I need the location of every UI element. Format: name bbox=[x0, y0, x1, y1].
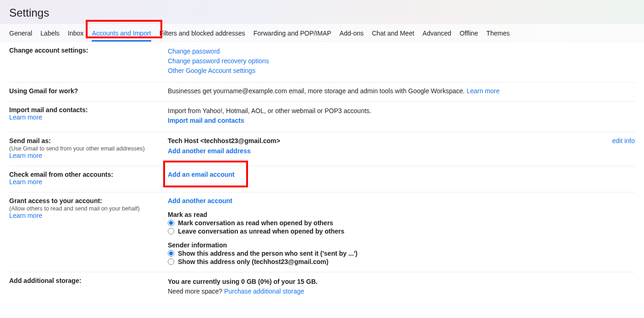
section-storage: Add additional storage: You are currentl… bbox=[9, 272, 635, 303]
mark-read-label: Mark conversation as read when opened by… bbox=[178, 219, 333, 227]
section-change-account: Change account settings: Change password… bbox=[9, 42, 635, 83]
tab-add-ons[interactable]: Add-ons bbox=[340, 30, 364, 42]
sender-show-only-option[interactable]: Show this address only (techhost23@gmail… bbox=[168, 258, 635, 265]
mark-unread-radio[interactable] bbox=[168, 228, 174, 234]
work-title: Using Gmail for work? bbox=[9, 87, 168, 95]
storage-title: Add additional storage: bbox=[9, 277, 168, 284]
tab-forwarding-and-pop-imap[interactable]: Forwarding and POP/IMAP bbox=[254, 30, 331, 42]
mark-unread-label: Leave conversation as unread when opened… bbox=[178, 228, 344, 235]
sender-show-both-label: Show this address and the person who sen… bbox=[178, 250, 357, 257]
grant-title: Grant access to your account: bbox=[9, 197, 168, 204]
section-work: Using Gmail for work? Businesses get you… bbox=[9, 83, 635, 102]
mark-read-radio[interactable] bbox=[168, 220, 174, 226]
tab-filters-and-blocked-addresses[interactable]: Filters and blocked addresses bbox=[160, 30, 245, 42]
change-account-title: Change account settings: bbox=[9, 47, 168, 54]
page-title: Settings bbox=[9, 6, 635, 19]
mark-read-option[interactable]: Mark conversation as read when opened by… bbox=[168, 219, 635, 227]
edit-info-link[interactable]: edit info bbox=[612, 137, 635, 144]
section-check-other: Check email from other accounts: Learn m… bbox=[9, 166, 635, 192]
tab-themes[interactable]: Themes bbox=[486, 30, 510, 42]
tab-chat-and-meet[interactable]: Chat and Meet bbox=[372, 30, 414, 42]
tabs-bar: GeneralLabelsInboxAccounts and ImportFil… bbox=[0, 24, 644, 42]
sender-show-only-radio[interactable] bbox=[168, 258, 174, 265]
tab-advanced[interactable]: Advanced bbox=[423, 30, 451, 42]
sender-show-both-option[interactable]: Show this address and the person who sen… bbox=[168, 250, 635, 257]
grant-learn-more-link[interactable]: Learn more bbox=[9, 212, 42, 219]
sender-show-both-radio[interactable] bbox=[168, 250, 174, 257]
check-other-title: Check email from other accounts: bbox=[9, 171, 168, 178]
add-email-account-link[interactable]: Add an email account bbox=[168, 171, 235, 178]
settings-header: Settings bbox=[0, 0, 644, 24]
section-grant-access: Grant access to your account: (Allow oth… bbox=[9, 192, 635, 272]
send-as-sub: (Use Gmail to send from your other email… bbox=[9, 145, 168, 152]
check-other-learn-more-link[interactable]: Learn more bbox=[9, 178, 42, 186]
settings-sections: Change account settings: Change password… bbox=[0, 42, 644, 303]
send-as-identity: Tech Host <techhost23@gmail.com> bbox=[168, 137, 612, 144]
tab-general[interactable]: General bbox=[9, 30, 32, 42]
import-desc: Import from Yahoo!, Hotmail, AOL, or oth… bbox=[168, 106, 635, 116]
add-another-account-link[interactable]: Add another account bbox=[168, 197, 232, 204]
work-learn-more-link[interactable]: Learn more bbox=[467, 87, 500, 95]
mark-as-read-header: Mark as read bbox=[168, 211, 635, 218]
tab-inbox[interactable]: Inbox bbox=[68, 30, 83, 42]
send-as-title: Send mail as: bbox=[9, 137, 168, 144]
tab-accounts-and-import[interactable]: Accounts and Import bbox=[92, 30, 151, 42]
purchase-storage-link[interactable]: Purchase additional storage bbox=[224, 288, 304, 295]
section-send-as: Send mail as: (Use Gmail to send from yo… bbox=[9, 132, 635, 166]
work-desc: Businesses get yourname@example.com emai… bbox=[168, 87, 467, 95]
other-account-settings-link[interactable]: Other Google Account settings bbox=[168, 67, 255, 74]
storage-need: Need more space? bbox=[168, 288, 224, 295]
import-title: Import mail and contacts: bbox=[9, 106, 168, 114]
tab-labels[interactable]: Labels bbox=[41, 30, 59, 42]
import-mail-contacts-link[interactable]: Import mail and contacts bbox=[168, 117, 244, 124]
sender-show-only-label: Show this address only (techhost23@gmail… bbox=[178, 258, 328, 265]
grant-sub: (Allow others to read and send mail on y… bbox=[9, 205, 168, 212]
storage-usage: You are currently using 0 GB (0%) of you… bbox=[168, 277, 635, 287]
sender-info-header: Sender information bbox=[168, 241, 635, 249]
tab-offline[interactable]: Offline bbox=[460, 30, 478, 42]
add-another-email-link[interactable]: Add another email address bbox=[168, 147, 251, 155]
import-learn-more-link[interactable]: Learn more bbox=[9, 114, 42, 121]
change-password-link[interactable]: Change password bbox=[168, 48, 220, 55]
mark-unread-option[interactable]: Leave conversation as unread when opened… bbox=[168, 228, 635, 235]
send-as-learn-more-link[interactable]: Learn more bbox=[9, 152, 42, 159]
change-recovery-link[interactable]: Change password recovery options bbox=[168, 57, 269, 65]
section-import: Import mail and contacts: Learn more Imp… bbox=[9, 102, 635, 132]
